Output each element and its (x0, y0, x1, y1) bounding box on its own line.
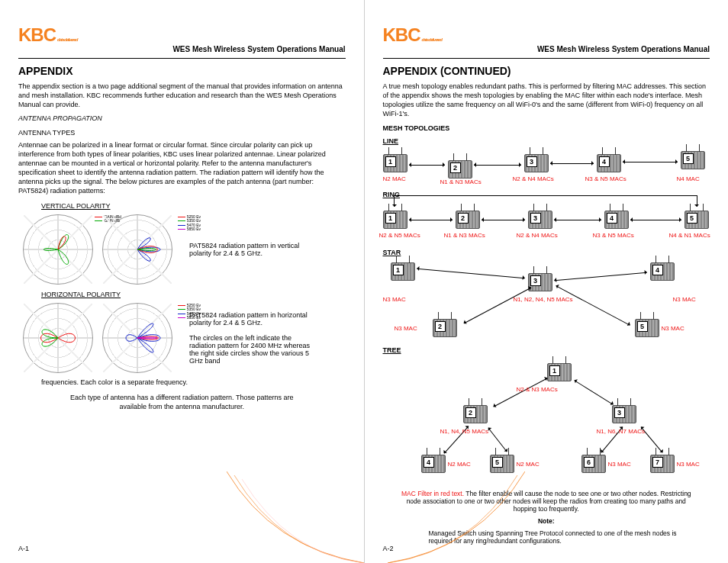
node-number: 6 (584, 457, 594, 468)
brand-tagline: data delivered (57, 37, 77, 42)
node-number: 5 (687, 213, 697, 224)
link-arrow (574, 380, 613, 405)
note-heading: Note: (383, 517, 710, 525)
link-arrow (488, 427, 507, 452)
node: 5 (490, 455, 514, 473)
node: 6 (581, 455, 606, 473)
mac-filter-red: MAC Filter in red text. (401, 490, 464, 497)
node: 1 (391, 262, 415, 281)
mac-label: N2 MAC (448, 461, 471, 468)
link-arrow (623, 162, 678, 162)
mac-label: N2 & N3 MACs (517, 386, 558, 393)
appendix-cont-heading: APPENDIX (CONTINUED) (383, 65, 710, 77)
line-topology: 1 2 3 4 5 N2 MAC N1 & N3 MACs N2 & N4 MA… (383, 146, 710, 186)
node: 2 (463, 405, 488, 423)
node: 2 (456, 211, 480, 229)
brand-name: KBC (18, 24, 56, 46)
tree-label: TREE (383, 346, 710, 354)
link-arrow (556, 285, 630, 326)
mac-label: N1, N6, N7 MACs (597, 428, 646, 435)
header-title: WES Mesh Wireless System Operations Manu… (18, 45, 346, 53)
node-number: 2 (450, 162, 461, 173)
node: 4 (650, 262, 675, 281)
page-appendix-1: KBC data delivered WES Mesh Wireless Sys… (0, 0, 364, 563)
node-number: 2 (465, 407, 476, 418)
mac-label: N2 & N4 MACs (513, 175, 554, 182)
node-number: 4 (424, 457, 434, 468)
polar-chart-v-5: 5250 Ev 5350 Ev 5470 Ev 5850 Ev (102, 214, 172, 285)
polar-chart-h-24 (23, 303, 93, 373)
horizontal-polarity-title: HORIZONTAL POLARITY (41, 291, 346, 298)
node: 2 (433, 319, 457, 337)
node-number: 1 (385, 213, 396, 224)
hpol-caption-2: The circles on the left indicate the rad… (189, 334, 310, 365)
appendix-cont-intro: A true mesh topology enables redundant p… (383, 82, 710, 119)
antenna-body: Antennae can be polarized in a linear fo… (18, 140, 346, 196)
brand-name: KBC (383, 24, 420, 46)
mac-label: N2 & N4 MACs (517, 232, 558, 239)
node: 4 (421, 455, 446, 473)
link-arrow (409, 220, 453, 220)
mac-label: N3 MAC (383, 296, 406, 303)
page-number: A-1 (18, 545, 29, 552)
node-number: 5 (492, 457, 503, 468)
node-number: 2 (435, 321, 446, 332)
mac-label: N2 MAC (383, 175, 406, 182)
chart-legend: 5250 Ev 5350 Ev 5470 Ev 5850 Ev (178, 215, 201, 232)
node-number: 4 (652, 265, 663, 275)
vpol-caption: PAT5824 radiation pattern in vertical po… (189, 242, 311, 257)
header-rule (383, 58, 710, 59)
node-number: 1 (549, 365, 560, 376)
mesh-topologies-heading: MESH TOPOLOGIES (383, 124, 710, 133)
node-number: 3 (527, 156, 537, 167)
node-number: 1 (393, 265, 404, 275)
hpol-caption-1: PAT5824 radiation pattern in horizontal … (189, 311, 308, 327)
link-arrow (554, 220, 601, 220)
ring-link-arrow (394, 195, 697, 207)
mac-label: N1, N2, N4, N5 MACs (513, 296, 574, 303)
vertical-polarity-charts: GAIN dBd GAIN dBi 5250 Ev 5350 Ev 5470 E… (18, 214, 346, 285)
link-arrow (463, 287, 531, 323)
brand-tagline: data delivered (422, 37, 442, 42)
star-label: STAR (383, 249, 710, 256)
node: 7 (650, 455, 675, 473)
node: 3 (524, 154, 549, 172)
mac-label: N3 MAC (677, 461, 700, 468)
node-number: 5 (637, 321, 648, 332)
link-arrow (550, 163, 594, 164)
node: 1 (383, 154, 407, 172)
mac-label: N2 & N5 MACs (379, 232, 420, 239)
mac-filter-note: MAC Filter in red text. The filter enabl… (383, 490, 710, 513)
ring-topology: 1 2 3 4 5 N2 & N5 MACs N1 & N3 MACs N2 &… (383, 200, 710, 244)
mac-label: N1, N4, N5 MACs (440, 428, 489, 435)
mac-label: N3 MAC (395, 325, 417, 332)
mac-label: N4 & N1 MACs (669, 232, 710, 239)
header-title: WES Mesh Wireless System Operations Manu… (383, 45, 710, 53)
node: 4 (604, 211, 629, 229)
link-arrow (630, 220, 681, 220)
page-decoration (227, 471, 364, 563)
star-topology: 1 4 3 2 5 N3 MAC N3 MAC N1, N2, N4, N5 M… (383, 258, 710, 342)
node: 5 (685, 211, 709, 229)
node-number: 7 (652, 457, 663, 468)
link-arrow (417, 269, 525, 278)
hpol-caption: PAT5824 radiation pattern in horizontal … (189, 311, 311, 365)
node: 2 (448, 160, 472, 179)
line-label: LINE (383, 137, 710, 145)
appendix-heading: APPENDIX (18, 65, 346, 77)
mac-label: N1 & N3 MACs (440, 179, 482, 185)
mac-label: N3 MAC (662, 325, 685, 332)
node-number: 4 (607, 213, 617, 224)
page-appendix-2: KBC data delivered WES Mesh Wireless Sys… (365, 0, 729, 563)
node-number: 4 (599, 156, 610, 167)
link-arrow (409, 165, 445, 166)
mac-label: N2 MAC (517, 461, 540, 468)
polar-chart-h-5: 5250 Ev 5350 Ev 5470 Ev 5850 Ev (102, 303, 172, 373)
mac-label: N1 & N3 MACs (444, 232, 485, 239)
polar-chart-v-24: GAIN dBd GAIN dBi (23, 214, 93, 285)
note-body: Managed Switch using Spanning Tree Proto… (383, 529, 710, 545)
tree-topology: 1 2 3 4 5 6 7 N2 & N3 MACs N1, N4, N5 MA… (383, 355, 710, 485)
frequency-note: frequencies. Each color is a separate fr… (41, 378, 346, 387)
link-arrow (482, 220, 525, 220)
horizontal-polarity-charts: 5250 Ev 5350 Ev 5470 Ev 5850 Ev PAT5824 … (18, 303, 346, 373)
